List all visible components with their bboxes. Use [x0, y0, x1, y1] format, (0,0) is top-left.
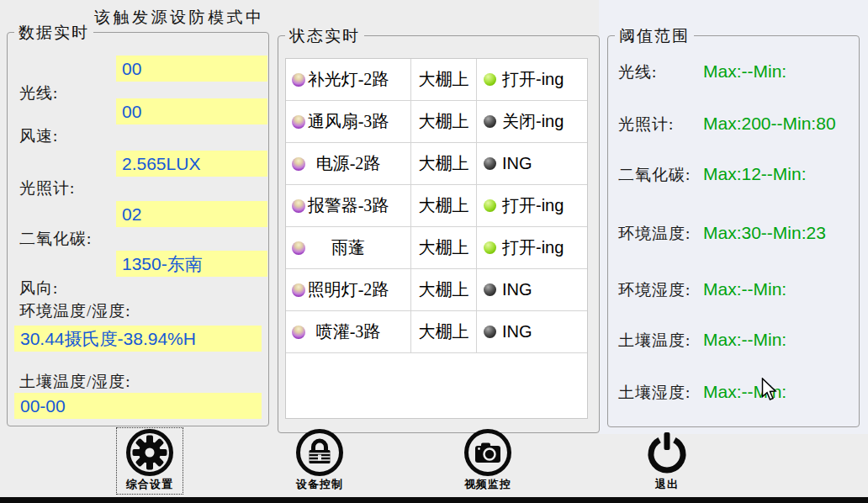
device-location: 大棚上 — [411, 311, 477, 352]
threshold-row-co2: 二氧化碳:Max:12--Min: — [618, 164, 807, 186]
field-label-lux-meter: 光照计: — [19, 177, 75, 199]
device-control-button[interactable]: 设备控制 — [287, 428, 352, 494]
threshold-panel-title: 阈值范围 — [615, 25, 694, 47]
device-name: 雨蓬 — [331, 236, 365, 259]
field-label-wind-speed: 风速: — [19, 125, 58, 147]
device-sphere-icon — [292, 73, 305, 87]
status-led-icon — [484, 241, 496, 254]
field-value-light: 00 — [116, 56, 267, 82]
device-sphere-icon — [292, 157, 305, 171]
device-status: ING — [502, 322, 532, 342]
status-led-icon — [484, 283, 496, 296]
field-value-soil-temp-hum: 00-00 — [14, 393, 262, 419]
device-location: 大棚上 — [411, 269, 477, 310]
status-led-icon — [484, 326, 496, 338]
field-label-light: 光线: — [19, 82, 58, 104]
threshold-panel: 阈值范围 光线:Max:--Min: 光照计:Max:200--Min:80 二… — [607, 35, 860, 427]
threshold-row-env-hum: 环境湿度:Max:--Min: — [618, 279, 786, 301]
threshold-label: 光照计: — [618, 114, 703, 135]
mode-notice: 该触发源设防模式中 — [94, 7, 265, 29]
lock-icon — [295, 428, 344, 477]
threshold-row-light: 光线:Max:--Min: — [618, 61, 786, 83]
threshold-row-env-temp: 环境温度:Max:30--Min:23 — [618, 223, 826, 245]
device-name: 补光灯-2路 — [308, 68, 389, 91]
device-name: 喷灌-3路 — [316, 320, 381, 343]
field-label-wind-dir: 风向: — [19, 278, 58, 299]
table-row[interactable]: 雨蓬 大棚上 打开-ing — [286, 227, 587, 269]
table-row[interactable]: 喷灌-3路 大棚上 ING — [286, 311, 587, 353]
threshold-row-soil-temp: 土壤温度:Max:--Min: — [618, 330, 786, 352]
threshold-label: 二氧化碳: — [618, 164, 703, 186]
device-status-table: 补光灯-2路 大棚上 打开-ing 通风扇-3路 大棚上 关闭-ing 电源-2… — [285, 58, 588, 419]
threshold-label: 环境温度: — [618, 223, 703, 245]
table-row[interactable]: 电源-2路 大棚上 ING — [286, 143, 587, 185]
exit-button-label: 退出 — [655, 477, 679, 492]
mouse-cursor — [761, 378, 778, 401]
device-status: ING — [502, 154, 532, 173]
field-value-env-temp-hum: 30.44摄氏度-38.94%H — [14, 326, 262, 352]
device-name: 报警器-3路 — [308, 194, 389, 217]
field-value-lux-meter: 2.565LUX — [116, 151, 267, 177]
threshold-value: Max:--Min: — [703, 330, 786, 350]
table-row[interactable]: 报警器-3路 大棚上 打开-ing — [286, 185, 587, 227]
status-led-icon — [484, 157, 496, 170]
field-label-env-temp-hum: 环境温度/湿度: — [19, 300, 131, 322]
settings-button[interactable]: 综合设置 — [117, 428, 183, 494]
video-monitor-button[interactable]: 视频监控 — [455, 428, 521, 494]
exit-button[interactable]: 退出 — [634, 428, 700, 494]
field-value-co2: 02 — [116, 201, 267, 227]
threshold-label: 土壤温度: — [618, 330, 703, 352]
device-sphere-icon — [292, 199, 305, 213]
device-sphere-icon — [292, 326, 305, 339]
settings-button-label: 综合设置 — [126, 477, 173, 492]
status-panel-title: 状态实时 — [285, 25, 364, 47]
device-status: 打开-ing — [502, 194, 564, 217]
threshold-value: Max:--Min: — [703, 61, 786, 82]
device-name: 电源-2路 — [316, 152, 381, 175]
threshold-label: 光线: — [618, 61, 703, 83]
status-led-icon — [484, 115, 496, 128]
table-row[interactable]: 照明灯-2路 大棚上 ING — [286, 269, 587, 311]
device-location: 大棚上 — [411, 59, 477, 100]
table-row[interactable]: 通风扇-3路 大棚上 关闭-ing — [286, 101, 587, 143]
field-value-wind-dir: 1350-东南 — [116, 251, 267, 277]
device-control-button-label: 设备控制 — [296, 477, 343, 492]
camera-icon — [463, 428, 512, 477]
status-panel: 状态实时 补光灯-2路 大棚上 打开-ing 通风扇-3路 大棚上 关闭-ing… — [278, 35, 600, 433]
greenhouse-monitor-window: 该触发源设防模式中 数据实时 光线: 00 风速: 00 光照计: 2.565L… — [0, 0, 868, 503]
device-name: 通风扇-3路 — [308, 110, 389, 133]
threshold-label: 环境湿度: — [618, 279, 703, 301]
bottom-edge-bar — [0, 497, 868, 503]
threshold-row-lux: 光照计:Max:200--Min:80 — [618, 114, 836, 135]
device-location: 大棚上 — [411, 227, 477, 268]
field-label-co2: 二氧化碳: — [19, 228, 92, 250]
device-location: 大棚上 — [411, 185, 477, 226]
video-monitor-button-label: 视频监控 — [464, 477, 511, 492]
gear-icon — [125, 428, 174, 477]
threshold-value: Max:12--Min: — [703, 164, 807, 184]
device-sphere-icon — [292, 283, 305, 297]
device-location: 大棚上 — [411, 101, 477, 142]
threshold-label: 土壤湿度: — [618, 382, 703, 404]
data-panel: 数据实时 光线: 00 风速: 00 光照计: 2.565LUX 二氧化碳: 0… — [7, 32, 269, 426]
field-label-soil-temp-hum: 土壤温度/湿度: — [19, 371, 131, 393]
device-name: 照明灯-2路 — [308, 278, 389, 301]
status-led-icon — [484, 73, 496, 86]
device-status: 打开-ing — [502, 236, 564, 259]
threshold-value: Max:200--Min:80 — [703, 114, 836, 134]
device-sphere-icon — [292, 115, 305, 129]
threshold-value: Max:--Min: — [703, 279, 786, 299]
threshold-value: Max:30--Min:23 — [703, 223, 826, 243]
device-status: 关闭-ing — [502, 110, 564, 133]
power-icon — [643, 428, 691, 477]
device-status: 打开-ing — [502, 68, 564, 91]
device-sphere-icon — [292, 241, 305, 255]
device-location: 大棚上 — [411, 143, 477, 184]
status-led-icon — [484, 199, 496, 212]
table-row[interactable]: 补光灯-2路 大棚上 打开-ing — [286, 59, 587, 101]
device-status: ING — [502, 280, 532, 299]
field-value-wind-speed: 00 — [116, 98, 267, 124]
data-panel-title: 数据实时 — [14, 22, 93, 44]
